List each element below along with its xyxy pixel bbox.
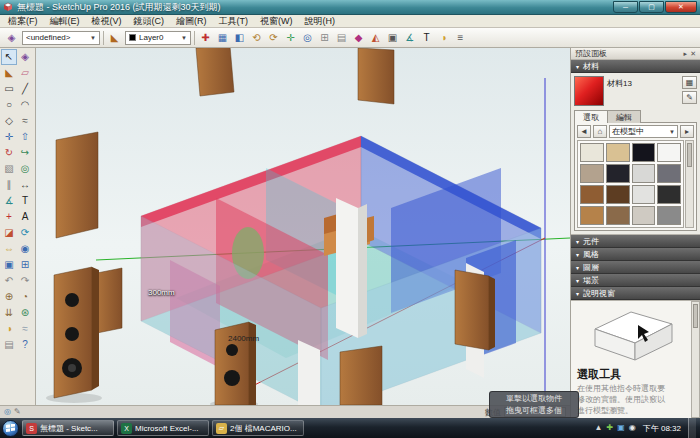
tool-icon[interactable]: ≈ — [17, 321, 33, 337]
tool-icon[interactable]: ⇧ — [17, 129, 33, 145]
tool-icon[interactable]: ↶ — [1, 273, 17, 289]
toolbar-icon[interactable]: ⟳ — [266, 30, 281, 45]
swatch-scrollbar[interactable] — [685, 140, 694, 228]
close-button[interactable]: ✕ — [665, 1, 697, 13]
menu-item[interactable]: 鏡頭(C) — [128, 15, 171, 28]
material-swatch[interactable] — [606, 206, 630, 225]
tool-icon[interactable]: T — [17, 193, 33, 209]
material-swatch[interactable] — [657, 185, 681, 204]
taskbar-button[interactable]: X Microsoft Excel-... — [117, 420, 209, 436]
tool-icon[interactable]: ⇊ — [1, 305, 17, 321]
tab-select[interactable]: 選取 — [574, 110, 608, 123]
tool-icon[interactable]: ↖ — [1, 49, 17, 65]
tool-icon[interactable]: ▤ — [1, 337, 17, 353]
menu-item[interactable]: 檢視(V) — [86, 15, 128, 28]
tray-icon[interactable]: ▲ — [595, 424, 603, 432]
toolbar-icon[interactable]: ▦ — [215, 30, 230, 45]
tool-icon[interactable]: ↔ — [17, 177, 33, 193]
scrollbar-thumb[interactable] — [693, 304, 698, 328]
tool-icon[interactable]: ↪ — [17, 145, 33, 161]
status-icon[interactable]: ◎ — [4, 408, 11, 416]
tray-icon[interactable]: ▣ — [617, 424, 625, 432]
toolbar-icon[interactable]: ⊞ — [317, 30, 332, 45]
tool-icon[interactable]: ↻ — [1, 145, 17, 161]
instructor-scrollbar[interactable] — [691, 301, 700, 418]
toolbar-icon[interactable]: ◎ — [300, 30, 315, 45]
material-collection-dropdown[interactable]: 在模型中 ▼ — [609, 125, 678, 138]
toolbar-icon[interactable]: ▤ — [334, 30, 349, 45]
materials-section-header[interactable]: ▾ 材料 — [571, 60, 700, 73]
tool-icon[interactable]: ╱ — [17, 81, 33, 97]
details-button[interactable]: ▸ — [680, 125, 694, 138]
toolbar-icon[interactable]: ∡ — [402, 30, 417, 45]
tool-icon[interactable]: ○ — [1, 97, 17, 113]
tool-icon[interactable]: ⟳ — [17, 225, 33, 241]
toolbar-icon[interactable]: ◑ — [436, 30, 451, 45]
in-model-button[interactable]: ⌂ — [593, 125, 607, 138]
minimize-button[interactable]: ─ — [613, 1, 638, 13]
tray-icon[interactable]: ◉ — [629, 424, 636, 432]
material-swatch[interactable] — [580, 143, 604, 162]
tool-icon[interactable]: ⊛ — [17, 305, 33, 321]
sample-paint-button[interactable]: ✎ — [682, 91, 697, 104]
tool-icon[interactable]: ⊞ — [17, 257, 33, 273]
material-swatch[interactable] — [657, 143, 681, 162]
material-preview-swatch[interactable] — [574, 76, 604, 106]
tool-icon[interactable]: ∡ — [1, 193, 17, 209]
tool-icon[interactable]: ◎ — [17, 161, 33, 177]
taskbar-button[interactable]: ▱ 2個 檔MACARIO... — [212, 420, 304, 436]
material-swatch[interactable] — [632, 206, 656, 225]
toolbar-icon[interactable]: ◧ — [232, 30, 247, 45]
material-swatch[interactable] — [606, 164, 630, 183]
toolbar-icon[interactable]: ✚ — [198, 30, 213, 45]
tool-icon[interactable]: A — [17, 209, 33, 225]
tool-icon[interactable]: ◔ — [17, 289, 33, 305]
toolbar-icon[interactable]: ✛ — [283, 30, 298, 45]
tool-icon[interactable]: ✛ — [1, 129, 17, 145]
clock[interactable]: 下午 08:32 — [640, 423, 684, 434]
maximize-button[interactable]: ▢ — [639, 1, 664, 13]
toolbar-icon[interactable]: ⟲ — [249, 30, 264, 45]
tool-icon[interactable]: ▭ — [1, 81, 17, 97]
3d-scene[interactable] — [36, 48, 570, 405]
tool-icon[interactable]: ∥ — [1, 177, 17, 193]
menu-item[interactable]: 檔案(F) — [2, 15, 44, 28]
panel-section-header[interactable]: ▾ 圖層 — [571, 261, 700, 274]
panel-section-header[interactable]: ▾ 元件 — [571, 235, 700, 248]
toolbar-icon[interactable]: ◭ — [368, 30, 383, 45]
toolbar-icon[interactable]: T — [419, 30, 434, 45]
collapse-tray-icon[interactable]: ▸ — [684, 50, 688, 58]
toolbar-icon[interactable]: ◆ — [351, 30, 366, 45]
tab-edit[interactable]: 編輯 — [607, 110, 641, 123]
material-swatch[interactable] — [657, 164, 681, 183]
material-swatch[interactable] — [580, 164, 604, 183]
classifier-icon[interactable]: ◈ — [4, 30, 19, 45]
menu-item[interactable]: 繪圖(R) — [170, 15, 213, 28]
menu-item[interactable]: 視窗(W) — [254, 15, 299, 28]
menu-item[interactable]: 說明(H) — [299, 15, 342, 28]
model-viewport[interactable]: 300mm 2400mm — [36, 48, 570, 405]
taskbar-button[interactable]: S 無標題 - Sketc... — [22, 420, 114, 436]
tool-icon[interactable]: ▧ — [1, 161, 17, 177]
scrollbar-thumb[interactable] — [687, 143, 692, 167]
tool-icon[interactable]: ⊕ — [1, 289, 17, 305]
tool-icon[interactable]: ? — [17, 337, 33, 353]
material-swatch[interactable] — [657, 206, 681, 225]
tool-icon[interactable]: ◪ — [1, 225, 17, 241]
toolbar-icon[interactable]: ≡ — [453, 30, 468, 45]
tool-icon[interactable]: ◣ — [1, 65, 17, 81]
show-desktop-button[interactable] — [688, 418, 696, 438]
instructor-section-header[interactable]: ▾ 說明視窗 — [571, 287, 700, 300]
layer-color-chip[interactable] — [129, 34, 136, 41]
start-button[interactable] — [2, 420, 19, 437]
material-swatch[interactable] — [580, 206, 604, 225]
toolbar-icon[interactable]: ▣ — [385, 30, 400, 45]
tool-icon[interactable]: ↷ — [17, 273, 33, 289]
tool-icon[interactable]: ◑ — [1, 321, 17, 337]
tool-icon[interactable]: ◈ — [17, 49, 33, 65]
menu-item[interactable]: 編輯(E) — [44, 15, 86, 28]
tray-icon[interactable]: ✚ — [607, 424, 614, 432]
layer-dropdown[interactable]: Layer0 ▼ — [125, 31, 191, 45]
material-swatch[interactable] — [632, 164, 656, 183]
tool-icon[interactable]: ▣ — [1, 257, 17, 273]
